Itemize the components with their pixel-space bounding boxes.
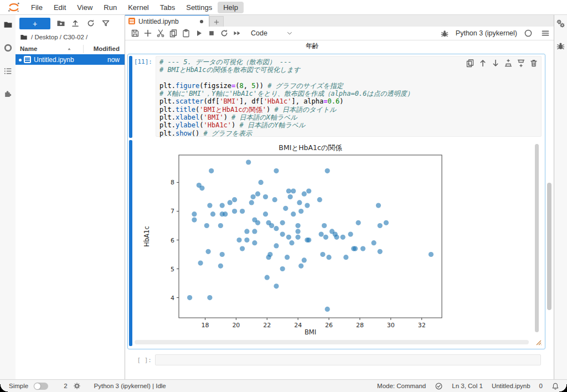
cursor-position[interactable]: Ln 3, Col 1 bbox=[452, 383, 483, 389]
scatter-point bbox=[269, 223, 274, 228]
menu-view[interactable]: View bbox=[71, 2, 98, 13]
table-of-contents-icon[interactable] bbox=[3, 66, 13, 76]
chart-title: BMIとHbA1cの関係 bbox=[279, 143, 342, 152]
cut-icon[interactable] bbox=[156, 29, 165, 38]
scatter-point bbox=[210, 212, 215, 216]
column-modified[interactable]: Modified bbox=[94, 45, 120, 52]
output-resize-grip[interactable] bbox=[534, 338, 542, 345]
run-all-icon[interactable] bbox=[233, 29, 241, 38]
tab-untitled-ipynb[interactable]: Untitled.ipynb bbox=[125, 14, 209, 27]
scatter-point bbox=[296, 229, 301, 234]
new-launcher-button[interactable]: + bbox=[19, 18, 50, 29]
output-vertical-scrollbar[interactable] bbox=[535, 144, 539, 332]
paste-icon[interactable] bbox=[182, 29, 190, 38]
input-collapser[interactable] bbox=[129, 56, 132, 138]
stop-icon[interactable] bbox=[207, 29, 216, 38]
menu-settings[interactable]: Settings bbox=[181, 2, 218, 13]
code-editor[interactable]: # --- 5. データの可視化（散布図） ---# BMIとHbA1cの関係を… bbox=[156, 56, 542, 137]
previous-output-partial: 年齢 bbox=[306, 42, 319, 51]
code-line[interactable]: # X軸に'BMI'，Y軸に'HbA1c'をとり、散布図を作成（alpha=0.… bbox=[159, 90, 538, 97]
scatter-point bbox=[274, 243, 279, 248]
code-line[interactable]: plt.xlabel('BMI') # 日本語のX軸ラベル bbox=[159, 114, 538, 121]
run-icon[interactable] bbox=[194, 29, 203, 38]
x-tick-label: 28 bbox=[356, 322, 364, 329]
duplicate-cell-icon[interactable] bbox=[466, 59, 475, 68]
menu-kernel[interactable]: Kernel bbox=[122, 2, 154, 13]
output-horizontal-scrollbar[interactable] bbox=[135, 340, 529, 344]
menu-items: FileEditViewRunKernelTabsSettingsHelp bbox=[25, 2, 244, 13]
extensions-icon[interactable] bbox=[3, 89, 13, 98]
scatter-point bbox=[263, 194, 268, 199]
code-line[interactable]: plt.title('BMIとHbA1cの関係') # 日本語のタイトル bbox=[159, 106, 538, 114]
sort-ascending-icon[interactable] bbox=[66, 47, 72, 52]
code-line[interactable]: plt.figure(figsize=(8, 5)) # グラフのサイズを指定 bbox=[159, 82, 538, 90]
file-browser-toolbar: + bbox=[16, 17, 125, 30]
kernel-name[interactable]: Python 3 (ipykernel) bbox=[456, 29, 517, 37]
move-cell-up-icon[interactable] bbox=[478, 59, 487, 68]
save-icon[interactable] bbox=[131, 29, 140, 38]
file-row-selected[interactable]: Untitled.ipynb now bbox=[16, 54, 125, 65]
breadcrumb[interactable]: / Desktop / C30-02 / bbox=[20, 32, 122, 42]
cell-type-dropdown[interactable]: Code bbox=[251, 29, 293, 37]
active-code-cell[interactable]: [11]: # --- 5. データの可視化（散布図） ---# BMIとHbA… bbox=[127, 54, 545, 349]
scatter-point bbox=[199, 185, 204, 190]
notebook-file-icon bbox=[24, 56, 31, 63]
restart-kernel-icon[interactable] bbox=[220, 29, 229, 38]
empty-code-cell[interactable]: [ ]: bbox=[127, 354, 545, 368]
code-line[interactable]: plt.ylabel('HbA1c') # 日本語のY軸ラベル bbox=[159, 121, 538, 129]
move-cell-down-icon[interactable] bbox=[491, 59, 500, 68]
filter-icon[interactable] bbox=[101, 19, 110, 28]
kernel-status-idle-icon[interactable] bbox=[524, 29, 533, 38]
cell-output-area: 182022242628303245678BMIとHbA1cの関係BMIHbA1… bbox=[133, 141, 543, 347]
delete-cell-icon[interactable] bbox=[529, 59, 538, 68]
menu-file[interactable]: File bbox=[25, 2, 48, 13]
toolbar-menu-icon[interactable] bbox=[541, 29, 550, 38]
output-collapser[interactable] bbox=[129, 140, 132, 346]
insert-cell-above-icon[interactable] bbox=[504, 59, 513, 68]
scatter-point bbox=[263, 212, 268, 216]
file-browser-icon[interactable] bbox=[3, 20, 13, 29]
unsaved-changes-dot[interactable] bbox=[200, 20, 203, 23]
property-inspector-icon[interactable] bbox=[556, 19, 565, 28]
scatter-point bbox=[376, 203, 381, 208]
status-bar: Simple 2 Python 3 (ipykernel) | Idle Mod… bbox=[0, 379, 567, 392]
file-browser-panel: + / Desktop / C30-02 / Nam bbox=[16, 14, 125, 380]
column-name[interactable]: Name bbox=[20, 45, 37, 52]
scatter-point bbox=[326, 255, 331, 260]
debugger-panel-icon[interactable] bbox=[556, 41, 565, 50]
insert-cell-below-icon[interactable] bbox=[517, 59, 525, 68]
notebook-trusted-icon[interactable] bbox=[435, 382, 443, 390]
notifications-count[interactable]: 0 bbox=[539, 383, 543, 389]
debugger-bug-icon[interactable] bbox=[440, 29, 449, 38]
scatter-point bbox=[280, 220, 285, 225]
code-line[interactable] bbox=[159, 74, 538, 82]
upload-icon[interactable] bbox=[71, 19, 80, 28]
x-tick-label: 32 bbox=[418, 322, 426, 329]
scatter-point bbox=[259, 180, 264, 185]
notebook-scrollbar[interactable] bbox=[547, 183, 551, 310]
notifications-bell-icon[interactable] bbox=[551, 382, 559, 390]
copy-icon[interactable] bbox=[169, 29, 178, 38]
scatter-point bbox=[325, 307, 330, 312]
notebook-content[interactable]: 年齢 [11]: # --- 5. データの可視化（散布図） ---# BMIと… bbox=[125, 40, 554, 380]
code-line[interactable]: plt.show() # グラフを表示 bbox=[159, 130, 538, 137]
new-tab-button[interactable] bbox=[209, 16, 224, 27]
menu-edit[interactable]: Edit bbox=[48, 2, 71, 13]
menu-help[interactable]: Help bbox=[218, 2, 244, 13]
kernel-status-text[interactable]: Python 3 (ipykernel) | Idle bbox=[94, 383, 166, 389]
add-cell-icon[interactable] bbox=[143, 29, 152, 38]
code-line[interactable]: plt.scatter(df['BMI'], df['HbA1c'], alph… bbox=[159, 97, 538, 105]
running-sessions-icon[interactable] bbox=[3, 43, 13, 53]
menu-run[interactable]: Run bbox=[98, 2, 122, 13]
simple-mode-toggle[interactable] bbox=[34, 383, 48, 390]
refresh-icon[interactable] bbox=[86, 19, 95, 28]
new-folder-icon[interactable] bbox=[56, 19, 65, 28]
left-activity-bar bbox=[0, 14, 16, 380]
kernel-sessions-icon[interactable] bbox=[73, 382, 81, 390]
menu-tabs[interactable]: Tabs bbox=[154, 2, 181, 13]
empty-code-editor[interactable] bbox=[155, 354, 541, 365]
scatter-point bbox=[334, 235, 339, 240]
terminals-kernels-count[interactable]: 2 bbox=[64, 383, 67, 389]
y-tick-label: 8 bbox=[171, 179, 174, 186]
command-mode-indicator[interactable]: Mode: Command bbox=[377, 383, 426, 389]
